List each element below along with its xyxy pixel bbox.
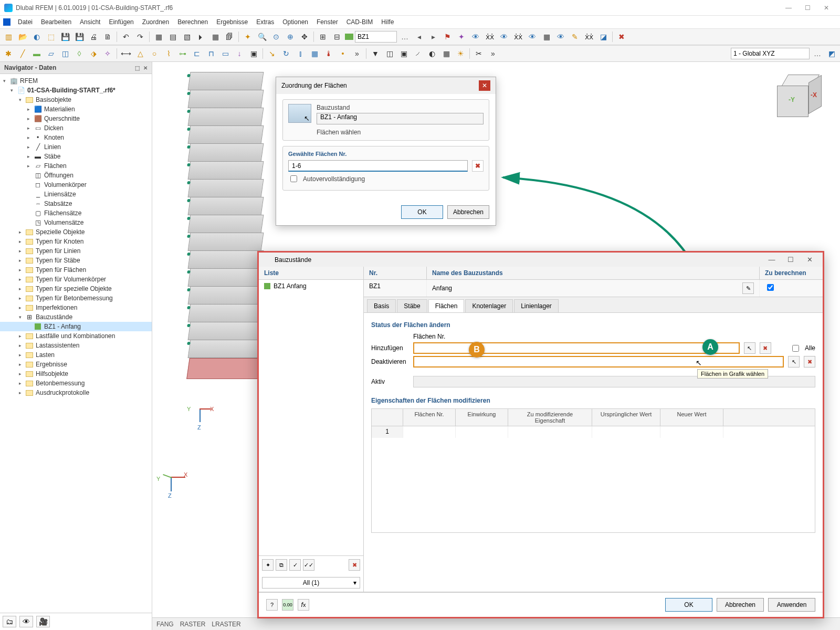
coord-more-icon[interactable]: … <box>811 47 824 60</box>
report-icon[interactable]: 🗐 <box>223 30 236 43</box>
app-menu-icon[interactable] <box>3 18 10 26</box>
results-icon[interactable]: ▦ <box>209 30 222 43</box>
nav-close-icon[interactable]: ✕ <box>143 65 148 71</box>
view1-icon[interactable]: ⊞ <box>317 30 329 43</box>
dlg2-minimize[interactable]: — <box>764 256 780 264</box>
next-icon[interactable]: ▸ <box>427 30 439 43</box>
name-value[interactable]: Anfang <box>432 285 739 292</box>
xxx3-icon[interactable]: ẋẋ <box>583 30 595 43</box>
plane-icon[interactable]: ◩ <box>825 47 838 60</box>
hinzu-clear-icon[interactable]: ✖ <box>760 342 771 354</box>
menu-fenster[interactable]: Fenster <box>312 17 342 27</box>
tree-bauzustaende[interactable]: ▾⊞Bauzustände <box>0 312 152 322</box>
hinzu-input[interactable] <box>413 342 740 354</box>
dim-icon[interactable]: ⟷ <box>120 47 132 60</box>
redo-icon[interactable]: ↷ <box>134 30 146 43</box>
surfload-icon[interactable]: ▦ <box>308 47 321 60</box>
calc-checkbox[interactable] <box>767 284 774 291</box>
action-icon[interactable]: ✦ <box>455 30 468 43</box>
liste-item-bz1[interactable]: BZ1 Anfang <box>259 280 363 292</box>
dlg2-ok-button[interactable]: OK <box>665 598 712 612</box>
deakt-clear-icon[interactable]: ✖ <box>804 356 815 368</box>
tree-item[interactable]: ▸Typen für Knoten <box>0 237 152 246</box>
minimize-button[interactable]: — <box>779 2 798 14</box>
opening-icon[interactable]: ◊ <box>73 47 86 60</box>
saveall-icon[interactable]: 💾 <box>73 30 86 43</box>
menu-berechnen[interactable]: Berechnen <box>173 17 212 27</box>
hinge-icon[interactable]: ○ <box>148 47 161 60</box>
force-icon[interactable]: ↘ <box>266 47 278 60</box>
tree-item[interactable]: ◳Volumensätze <box>0 218 152 227</box>
hinzu-pick-icon[interactable]: ↖ <box>744 342 755 354</box>
member-icon[interactable]: ▬ <box>30 47 43 60</box>
delete-icon[interactable]: ✖ <box>615 30 628 43</box>
menu-extras[interactable]: Extras <box>252 17 278 27</box>
status-lraster[interactable]: LRASTER <box>212 621 240 628</box>
tree-item[interactable]: ▸▭Dicken <box>0 123 152 133</box>
eye4-icon[interactable]: 👁 <box>554 30 567 43</box>
rel-icon[interactable]: ⊶ <box>176 47 189 60</box>
filter-icon[interactable]: ▼ <box>369 47 382 60</box>
tree-item[interactable]: ▸Typen für Volumenkörper <box>0 275 152 284</box>
set-icon[interactable]: ⬗ <box>87 47 100 60</box>
tool-icon[interactable]: ⬚ <box>45 30 57 43</box>
fx-icon[interactable]: fx <box>298 599 309 611</box>
more2-icon[interactable]: » <box>487 47 499 60</box>
dlg2-cancel-button[interactable]: Abbrechen <box>717 598 764 612</box>
sel-more-icon[interactable]: … <box>398 30 411 43</box>
tree-item[interactable]: ⎓Stabsätze <box>0 199 152 208</box>
row-1[interactable]: 1 <box>372 426 403 438</box>
menu-datei[interactable]: Datei <box>14 17 37 27</box>
dlg1-close-button[interactable]: ✕ <box>479 80 490 91</box>
tree-item[interactable]: ▸Betonbemessung <box>0 379 152 388</box>
maximize-button[interactable]: ☐ <box>798 2 817 14</box>
nav-eye-icon[interactable]: 👁 <box>19 616 33 627</box>
prev-icon[interactable]: ◂ <box>413 30 425 43</box>
eye2-icon[interactable]: 👁 <box>498 30 510 43</box>
tab-linienlager[interactable]: Linienlager <box>514 299 559 312</box>
deakt-pick-icon[interactable]: ↖ <box>788 356 800 368</box>
menu-cadbim[interactable]: CAD-BIM <box>342 17 377 27</box>
ecc-icon[interactable]: ⊏ <box>191 47 203 60</box>
lineload-icon[interactable]: ⫿ <box>294 47 307 60</box>
menu-optionen[interactable]: Optionen <box>278 17 312 27</box>
list-check-icon[interactable]: ✓ <box>289 559 301 571</box>
tab-knotenlager[interactable]: Knotenlager <box>465 299 513 312</box>
persp-icon[interactable]: ▣ <box>397 47 410 60</box>
close-button[interactable]: ✕ <box>817 2 836 14</box>
eye-icon[interactable]: 👁 <box>469 30 482 43</box>
dlg2-maximize[interactable]: ☐ <box>783 256 799 264</box>
tree-item[interactable]: ▢Flächensätze <box>0 208 152 218</box>
view2-icon[interactable]: ⊟ <box>331 30 343 43</box>
tree-item[interactable]: ⎯Liniensätze <box>0 190 152 199</box>
list-delete-icon[interactable]: ✖ <box>349 559 360 571</box>
dlg1-ok-button[interactable]: OK <box>401 205 443 219</box>
ldot-icon[interactable]: • <box>337 47 349 60</box>
cube-icon[interactable]: ▣ <box>247 47 260 60</box>
grid2-icon[interactable]: ▦ <box>540 30 553 43</box>
flaechen-nr-input[interactable] <box>288 160 468 172</box>
tree-item[interactable]: ▸🟫Querschnitte <box>0 114 152 123</box>
more-icon[interactable]: » <box>351 47 363 60</box>
print-icon[interactable]: 🖨 <box>87 30 100 43</box>
bz-select[interactable]: BZ1 <box>355 31 397 43</box>
open-icon[interactable]: 📂 <box>16 30 29 43</box>
layout-icon[interactable]: ▧ <box>181 30 193 43</box>
node-icon[interactable]: ✱ <box>2 47 15 60</box>
tab-basis[interactable]: Basis <box>367 299 396 312</box>
menu-einfuegen[interactable]: Einfügen <box>104 17 138 27</box>
xxx2-icon[interactable]: ẋẋ <box>512 30 524 43</box>
tree-bz1[interactable]: BZ1 - Anfang <box>0 322 152 331</box>
temp-icon[interactable]: 🌡 <box>322 47 335 60</box>
new-icon[interactable]: ▥ <box>2 30 15 43</box>
edit-name-icon[interactable]: ✎ <box>742 282 754 294</box>
tree-item[interactable]: ▸Typen für Flächen <box>0 265 152 275</box>
status-fang[interactable]: FANG <box>156 621 174 628</box>
table-icon[interactable]: ▦ <box>152 30 165 43</box>
sup-icon[interactable]: △ <box>134 47 146 60</box>
pencil-icon[interactable]: ✎ <box>569 30 581 43</box>
help-icon[interactable]: ? <box>266 599 278 611</box>
type-icon[interactable]: ✧ <box>101 47 114 60</box>
wire-icon[interactable]: ⟋ <box>412 47 424 60</box>
navigator-tree[interactable]: ▾🏢RFEM ▾📄01-CSA-Building-START_.rf6* ▾Ba… <box>0 74 152 613</box>
